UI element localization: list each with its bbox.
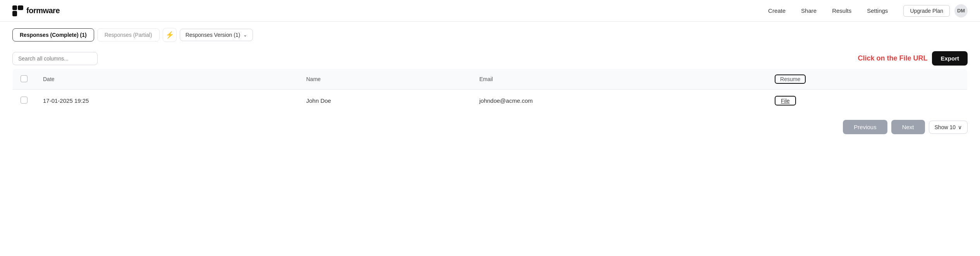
nav-create[interactable]: Create [768, 6, 786, 16]
lightning-icon: ⚡ [165, 31, 174, 39]
toolbar: Click on the File URL Export [0, 48, 980, 69]
logo: formware [12, 5, 60, 16]
tab-responses-partial[interactable]: Responses (Partial) [97, 28, 160, 42]
pagination-row: Previous Next Show 10 ∨ [0, 112, 980, 142]
table-container: Date Name Email Resume [0, 69, 980, 112]
next-button[interactable]: Next [891, 120, 925, 134]
tab-responses-complete[interactable]: Responses (Complete) (1) [12, 28, 94, 42]
select-all-checkbox[interactable] [21, 75, 28, 82]
avatar[interactable]: DM [954, 4, 968, 17]
nav-share[interactable]: Share [801, 6, 817, 16]
resume-header-box: Resume [775, 74, 806, 84]
logo-icon [12, 5, 23, 16]
search-input[interactable] [12, 52, 98, 65]
row-checkbox[interactable] [21, 97, 28, 104]
table-row: 17-01-2025 19:25 John Doe johndoe@acme.c… [13, 90, 968, 112]
td-file: File [767, 90, 967, 112]
th-name: Name [299, 69, 472, 90]
logo-text: formware [26, 6, 60, 15]
th-resume: Resume [767, 69, 967, 90]
show-select[interactable]: Show 10 ∨ [929, 121, 968, 134]
nav-results[interactable]: Results [832, 6, 851, 16]
show-label: Show 10 [935, 124, 956, 130]
td-name: John Doe [299, 90, 472, 112]
previous-button[interactable]: Previous [843, 120, 887, 134]
nav-settings[interactable]: Settings [867, 6, 888, 16]
main-nav: Create Share Results Settings [768, 6, 888, 16]
lightning-button[interactable]: ⚡ [163, 28, 177, 42]
version-label: Responses Version (1) [186, 32, 241, 38]
file-link[interactable]: File [781, 98, 790, 104]
svg-rect-0 [12, 5, 17, 10]
tabs-row: Responses (Complete) (1) Responses (Part… [0, 22, 980, 48]
td-date: 17-01-2025 19:25 [35, 90, 299, 112]
responses-table: Date Name Email Resume [12, 69, 968, 112]
th-date: Date [35, 69, 299, 90]
file-cell-box: File [775, 96, 796, 106]
header: formware Create Share Results Settings U… [0, 0, 980, 22]
svg-rect-1 [18, 5, 23, 10]
chevron-down-icon: ⌄ [243, 32, 247, 38]
show-chevron-icon: ∨ [958, 124, 962, 130]
td-email: johndoe@acme.com [471, 90, 767, 112]
export-button[interactable]: Export [932, 51, 968, 66]
svg-rect-2 [12, 11, 17, 16]
th-checkbox [13, 69, 36, 90]
version-select[interactable]: Responses Version (1) ⌄ [180, 29, 253, 41]
td-checkbox [13, 90, 36, 112]
table-header-row: Date Name Email Resume [13, 69, 968, 90]
header-actions: Upgrade Plan DM [903, 4, 968, 17]
th-email: Email [471, 69, 767, 90]
upgrade-plan-button[interactable]: Upgrade Plan [903, 5, 950, 17]
hint-text: Click on the File URL [858, 54, 927, 62]
